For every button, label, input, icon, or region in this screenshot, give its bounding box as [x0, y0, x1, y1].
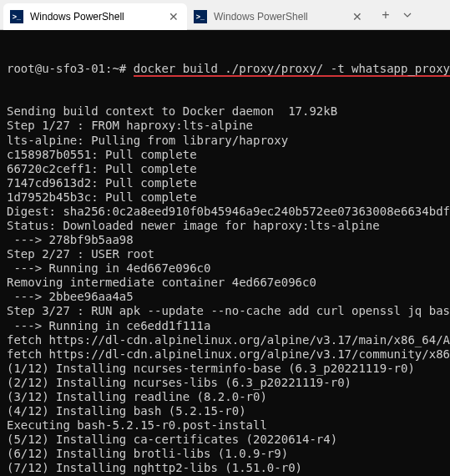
terminal-line: ---> Running in 4ed667e096c0: [7, 261, 443, 276]
terminal-line: fetch https://dl-cdn.alpinelinux.org/alp…: [7, 347, 443, 362]
terminal-line: 66720c2ceff1: Pull complete: [7, 162, 443, 176]
terminal-line: ---> 278bf9b5aa98: [7, 233, 443, 247]
terminal-line: (1/12) Installing ncurses-terminfo-base …: [7, 362, 443, 376]
terminal-line: (3/12) Installing readline (8.2.0-r0): [7, 390, 443, 404]
tab-title: Windows PowerShell: [214, 11, 351, 23]
terminal-line: ---> Running in ce6edd1f111a: [7, 319, 443, 333]
powershell-icon: >_: [194, 10, 207, 23]
tab-powershell-2[interactable]: >_ Windows PowerShell ✕: [187, 3, 371, 30]
tab-bar: >_ Windows PowerShell ✕ >_ Windows Power…: [0, 0, 450, 30]
terminal-line: Executing bash-5.2.15-r0.post-install: [7, 418, 443, 433]
terminal-line: Sending build context to Docker daemon 1…: [7, 104, 443, 119]
close-icon[interactable]: ✕: [351, 10, 364, 23]
tab-powershell-1[interactable]: >_ Windows PowerShell ✕: [3, 3, 187, 30]
terminal-output[interactable]: root@u-sfo3-01:~# docker build ./proxy/p…: [0, 30, 450, 476]
terminal-command: docker build ./proxy/proxy/ -t whatsapp_…: [134, 62, 450, 77]
terminal-line: lts-alpine: Pulling from library/haproxy: [7, 134, 443, 148]
terminal-line: (4/12) Installing bash (5.2.15-r0): [7, 404, 443, 418]
terminal-line: Removing intermediate container 4ed667e0…: [7, 276, 443, 290]
terminal-prompt: root@u-sfo3-01:~#: [7, 62, 134, 75]
tab-title: Windows PowerShell: [30, 11, 167, 23]
new-tab-button[interactable]: +: [374, 3, 397, 27]
terminal-line: (7/12) Installing nghttp2-libs (1.51.0-r…: [7, 461, 443, 475]
terminal-line: (6/12) Installing brotli-libs (1.0.9-r9): [7, 447, 443, 461]
terminal-line: 1d7952b45b3c: Pull complete: [7, 190, 443, 205]
terminal-line: Step 3/27 : RUN apk --update --no-cache …: [7, 304, 443, 318]
tab-dropdown-button[interactable]: [399, 3, 416, 27]
chevron-down-icon: [403, 13, 412, 18]
terminal-line: ---> 2bbee96aa4a5: [7, 290, 443, 304]
powershell-icon: >_: [10, 10, 23, 23]
close-icon[interactable]: ✕: [167, 10, 180, 23]
terminal-lines: Sending build context to Docker daemon 1…: [7, 104, 443, 476]
terminal-line: Status: Downloaded newer image for hapro…: [7, 219, 443, 233]
terminal-line: fetch https://dl-cdn.alpinelinux.org/alp…: [7, 333, 443, 347]
terminal-line: (2/12) Installing ncurses-libs (6.3_p202…: [7, 376, 443, 390]
terminal-line: Step 2/27 : USER root: [7, 247, 443, 261]
terminal-line: (5/12) Installing ca-certificates (20220…: [7, 433, 443, 447]
terminal-line: Digest: sha256:0c2a8eed910f0b45946a9ec24…: [7, 205, 443, 219]
terminal-line: Step 1/27 : FROM haproxy:lts-alpine: [7, 119, 443, 133]
terminal-prompt-line: root@u-sfo3-01:~# docker build ./proxy/p…: [7, 62, 443, 76]
terminal-line: 7147cd9613d2: Pull complete: [7, 176, 443, 190]
terminal-line: c158987b0551: Pull complete: [7, 148, 443, 162]
